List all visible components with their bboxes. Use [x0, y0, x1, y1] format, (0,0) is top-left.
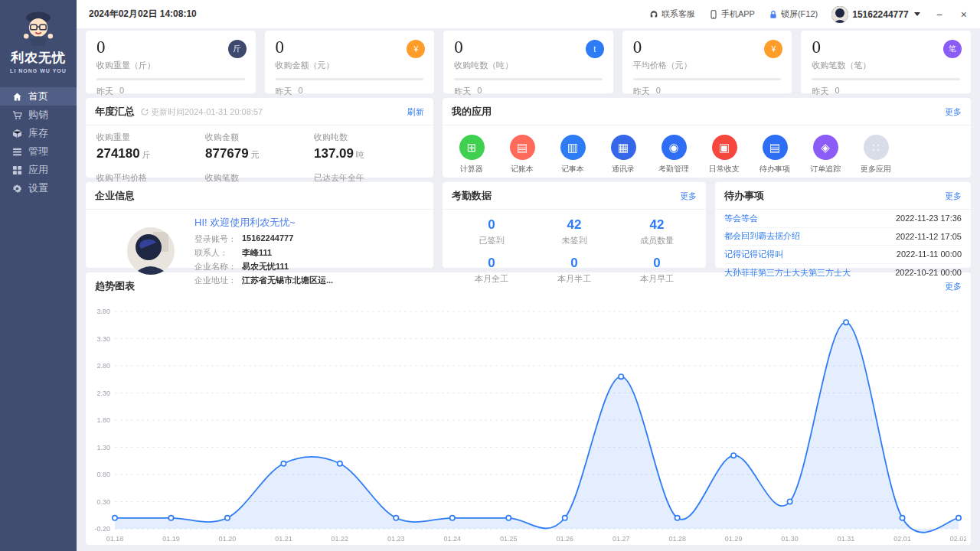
svg-text:01.20: 01.20	[219, 535, 237, 543]
todo-time: 2022-11-23 17:36	[896, 214, 962, 223]
todo-time: 2022-11-11 00:00	[897, 249, 962, 259]
app-shortcut[interactable]: ▦ 通讯录	[606, 135, 640, 174]
enterprise-field: 登录账号： 15162244777	[194, 233, 423, 245]
my-apps-more-link[interactable]: 更多	[945, 106, 962, 118]
attendance-stat: 0 本月早工	[616, 256, 698, 285]
svg-text:01.24: 01.24	[444, 535, 462, 543]
todo-link[interactable]: 大孙菲菲第三方士大夫第三方士大	[724, 267, 851, 279]
sidebar-item-3[interactable]: 管理	[0, 142, 77, 161]
todo-link[interactable]: 记得记得记得叫	[724, 249, 783, 260]
attendance-value: 0	[616, 256, 698, 271]
list-icon	[12, 147, 22, 157]
todo-link[interactable]: 都会回到霸去据介绍	[724, 230, 800, 242]
sidebar-item-4[interactable]: 应用	[0, 161, 77, 179]
app-label: 通讯录	[606, 164, 640, 174]
user-avatar	[831, 6, 848, 23]
app-shortcut[interactable]: ∷ 更多应用	[859, 135, 893, 174]
mobile-app-button[interactable]: 手机APP	[709, 8, 755, 20]
svg-text:01.30: 01.30	[781, 535, 799, 543]
stat-card: 0 平均价格（元） ¥ 昨天0	[622, 31, 792, 93]
svg-text:02.02: 02.02	[950, 535, 966, 543]
stat-label: 收购吨数（吨）	[454, 60, 603, 71]
metric-value: 137.09	[314, 146, 354, 161]
svg-text:01.26: 01.26	[556, 535, 573, 543]
svg-text:-0.20: -0.20	[94, 525, 110, 533]
metric-label: 收购吨数	[314, 132, 423, 143]
stat-yesterday-label: 昨天	[812, 86, 828, 97]
sidebar-nav: 首页 购销 库存 管理 应用 设置	[0, 87, 77, 197]
app-label: 记事本	[556, 164, 590, 174]
stat-progress-bar	[96, 78, 245, 80]
enterprise-info-card: 企业信息 HI! 欢迎使用利农无忧~ 登录账号： 15162244777 联系人…	[86, 182, 433, 268]
sidebar-item-label: 应用	[28, 161, 48, 179]
svg-text:01.18: 01.18	[106, 535, 124, 543]
field-value: 易农无忧111	[242, 261, 289, 272]
stat-yesterday-label: 昨天	[633, 86, 650, 97]
field-value: 江苏省无锡市北塘区运...	[242, 275, 333, 286]
svg-text:2.30: 2.30	[96, 390, 110, 397]
lock-screen-button[interactable]: 锁屏(F12)	[769, 8, 818, 20]
sidebar-item-label: 首页	[28, 87, 48, 106]
svg-text:1.80: 1.80	[96, 416, 110, 424]
attendance-label: 已签到	[450, 235, 533, 246]
sidebar-item-5[interactable]: 设置	[0, 179, 77, 197]
attendance-value: 42	[533, 217, 616, 233]
enterprise-field: 企业名称： 易农无忧111	[194, 261, 423, 272]
stat-value: 0	[276, 38, 424, 56]
enterprise-avatar	[127, 227, 175, 275]
app-logo: 利农无忧 LI NONG WU YOU	[0, 0, 77, 80]
app-label: 考勤管理	[657, 164, 691, 174]
todo-time: 2022-10-21 00:00	[895, 268, 962, 277]
app-shortcut[interactable]: ▣ 日常收支	[707, 135, 741, 174]
stat-value: 0	[454, 38, 603, 56]
stat-value: 0	[96, 38, 245, 56]
phone-icon	[709, 10, 718, 19]
todo-time: 2022-11-12 17:05	[896, 232, 962, 241]
refresh-link[interactable]: 刷新	[407, 106, 424, 118]
stat-yesterday-label: 昨天	[96, 86, 113, 97]
app-shortcut[interactable]: ◈ 订单追踪	[808, 135, 842, 174]
svg-text:1.30: 1.30	[96, 444, 110, 452]
attendance-stat: 42 未签到	[533, 217, 616, 246]
sidebar-item-2[interactable]: 库存	[0, 124, 77, 142]
grid-icon	[12, 165, 22, 175]
todo-item: 都会回到霸去据介绍 2022-11-12 17:05	[724, 228, 962, 246]
svg-text:01.22: 01.22	[332, 535, 349, 543]
sidebar-item-0[interactable]: 首页	[0, 87, 77, 106]
attendance-card: 考勤数据 更多 0 已签到 42 未签到 42 成员数量 0 本月全工 0 本月…	[443, 182, 706, 268]
annual-metric: 收购吨数 137.09吨	[314, 132, 423, 161]
app-shortcut[interactable]: ▥ 记事本	[556, 135, 590, 174]
app-label: 记账本	[505, 164, 539, 174]
attendance-stat: 0 已签到	[450, 217, 533, 246]
logo-subtitle: LI NONG WU YOU	[0, 68, 77, 73]
stat-yesterday-value: 0	[477, 86, 482, 97]
svg-text:01.27: 01.27	[612, 535, 630, 543]
stat-yesterday-value: 0	[299, 86, 303, 97]
stat-yesterday-value: 0	[656, 86, 661, 97]
trend-chart-more-link[interactable]: 更多	[945, 281, 962, 292]
svg-text:01.29: 01.29	[725, 535, 743, 543]
stat-progress-bar	[454, 78, 603, 80]
attendance-more-link[interactable]: 更多	[680, 191, 697, 202]
app-shortcut[interactable]: ◉ 考勤管理	[657, 135, 691, 174]
app-shortcut[interactable]: ▤ 待办事项	[758, 135, 792, 174]
sidebar-item-label: 库存	[28, 124, 48, 142]
todo-link[interactable]: 等会等会	[724, 213, 758, 224]
minimize-button[interactable]: −	[934, 8, 945, 21]
app-shortcut[interactable]: ▤ 记账本	[505, 135, 539, 174]
svg-text:01.31: 01.31	[838, 535, 855, 543]
stat-label: 平均价格（元）	[633, 60, 782, 71]
jin-badge-icon: 斤	[228, 40, 247, 58]
attendance-pin-icon: ◉	[662, 135, 687, 160]
todo-more-link[interactable]: 更多	[945, 191, 962, 202]
sidebar-item-1[interactable]: 购销	[0, 106, 77, 124]
app-label: 订单追踪	[808, 164, 842, 174]
metric-unit: 元	[251, 150, 260, 159]
trend-area-chart: 3.803.302.802.301.801.300.800.30-0.2001.…	[87, 301, 966, 547]
user-menu[interactable]: 15162244777	[831, 6, 920, 23]
app-shortcut[interactable]: ⊞ 计算器	[455, 135, 488, 174]
close-button[interactable]: ×	[959, 8, 969, 21]
attendance-label: 未签到	[533, 235, 616, 246]
contact-service-button[interactable]: 联系客服	[649, 8, 695, 20]
gear-icon	[12, 184, 22, 194]
